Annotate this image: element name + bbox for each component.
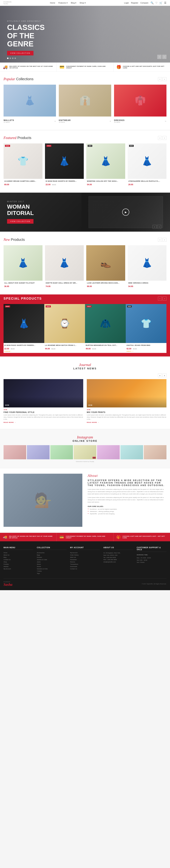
banner-next-button[interactable]: › bbox=[157, 225, 161, 229]
insta-item-6[interactable] bbox=[120, 445, 143, 459]
heart-icon[interactable]: ♡ bbox=[155, 1, 158, 4]
footer-sweaters-link[interactable]: Sweaters & Knits bbox=[37, 568, 48, 570]
insta-item-1[interactable] bbox=[3, 445, 26, 459]
hero-dot-4[interactable] bbox=[15, 58, 16, 59]
collection-wallets[interactable]: 👗 WALLETS 12 Items → bbox=[3, 85, 56, 124]
footer-home-link[interactable]: Home bbox=[3, 552, 7, 554]
hero-next-button[interactable]: › bbox=[162, 55, 167, 59]
footer-accessories-link[interactable]: Accessories bbox=[37, 552, 45, 554]
footer-portfolio-link[interactable]: Portfolio bbox=[3, 563, 9, 565]
news-date-2: 15:56 bbox=[87, 409, 167, 410]
banner-prev-button[interactable]: ‹ bbox=[153, 225, 157, 229]
wallets-arrow: → bbox=[54, 120, 56, 122]
menu-icon[interactable]: ☰ bbox=[164, 1, 167, 4]
cart-icon[interactable]: 🛒 bbox=[159, 1, 162, 4]
news-next-button[interactable]: › bbox=[163, 373, 167, 377]
new-prev-button[interactable]: ‹ bbox=[158, 238, 162, 242]
footer-shorts-link[interactable]: Shorts bbox=[37, 566, 41, 567]
footer-collection-list: Accessories Bags Dresses Jackets & Coats… bbox=[37, 552, 66, 574]
special-prev-button[interactable]: ‹ bbox=[158, 297, 162, 301]
footer-account-list: My Account Order History Wish List Newsl… bbox=[70, 552, 100, 570]
product-image-4: NEW 👗 bbox=[128, 144, 167, 179]
new-next-button[interactable]: › bbox=[163, 238, 167, 242]
product-name-2: HI MOM RIGID SHORTS BY RIDERS... bbox=[46, 180, 83, 182]
footer-shoes-link[interactable]: Shoes bbox=[37, 563, 41, 565]
footer-account-link[interactable]: My Account bbox=[70, 552, 77, 554]
hero-dot-1[interactable] bbox=[7, 58, 8, 59]
nav-features[interactable]: Features ▾ bbox=[58, 2, 68, 4]
hero-dot-2[interactable] bbox=[9, 58, 11, 59]
banner-cta-button[interactable]: VIEW COLLECTION bbox=[7, 219, 33, 224]
news-prev-button[interactable]: ‹ bbox=[158, 373, 162, 377]
news-read-more-1[interactable]: READ MORE → bbox=[3, 422, 16, 423]
news-text-2: Lorem ipsum dolor sit amet, consectetur … bbox=[87, 414, 167, 421]
nav-home[interactable]: Home bbox=[50, 2, 55, 4]
insta-item-7[interactable] bbox=[144, 445, 167, 459]
nav-shop[interactable]: Shop ▾ bbox=[80, 2, 86, 4]
product-veronica-dress: 👗 WEB VERONICA DRESS 54.95 bbox=[128, 245, 167, 288]
new-products-section: New Products ‹ › 👗 ALL ABOUT EVE SUNSET … bbox=[0, 232, 170, 294]
login-link[interactable]: Login bbox=[124, 2, 129, 4]
product-new-image-4: 👗 bbox=[128, 245, 167, 281]
dresses-arrow: → bbox=[165, 120, 167, 122]
banner-subtitle: WINTER 2017 bbox=[7, 200, 34, 203]
special-name-2: LA BOHEME MESH WATCH FROM C... bbox=[45, 344, 84, 346]
value-2: Satisfaction - offering qualifying desig… bbox=[88, 511, 167, 512]
hero-cta-button[interactable]: VIEW COLLECTION bbox=[7, 51, 33, 55]
featured-prev-button[interactable]: ‹ bbox=[158, 136, 162, 140]
special-product-1: SALE 👗 HI MOM RIGID SHORTS BY RIDERS... … bbox=[3, 304, 44, 353]
news-image-1: 15:56 bbox=[3, 379, 83, 407]
footer-jeans-link[interactable]: Jeans bbox=[37, 561, 40, 563]
logo[interactable]: FASHION Sasha bbox=[3, 1, 11, 5]
footer-myaccount-link[interactable]: My Account bbox=[3, 568, 11, 570]
product-new-price-2: 74.95 bbox=[46, 285, 51, 287]
register-link[interactable]: Register bbox=[131, 2, 138, 4]
product-name-4: ATMOS&HERE DELILAH RUFFLE PL... bbox=[129, 180, 166, 182]
footer-grid: MAIN MENU Home About Us Blog Contact Us … bbox=[3, 547, 167, 575]
footer-jackets-link[interactable]: Jackets & Coats bbox=[37, 559, 47, 560]
popular-next-button[interactable]: › bbox=[163, 77, 167, 81]
search-icon[interactable]: 🔍 bbox=[150, 1, 153, 4]
featured-next-button[interactable]: › bbox=[163, 136, 167, 140]
footer-contact-link[interactable]: Contact Us bbox=[3, 559, 11, 560]
collection-dresses[interactable]: 👘 DRESSES 24 Items → bbox=[114, 85, 167, 124]
hero-dot-3[interactable] bbox=[12, 58, 13, 59]
special-next-button[interactable]: › bbox=[163, 297, 167, 301]
footer-wishlist-link[interactable]: Wishlist bbox=[3, 566, 8, 567]
footer-contact2-link[interactable]: Contact Us bbox=[70, 568, 77, 570]
footer-dresses-link[interactable]: Dresses bbox=[37, 557, 42, 558]
footer-tops-link[interactable]: Tops bbox=[37, 572, 40, 574]
footer-returns-link[interactable]: Returns bbox=[70, 561, 75, 563]
special-price-1: 22.00 bbox=[4, 348, 9, 350]
product-academy-shirt: SALE 👕 ACADEMY BRAND HAMPTON LINEN... 69… bbox=[3, 144, 42, 187]
instagram-credit: Extensions based by Shopify bbox=[3, 461, 167, 462]
play-button[interactable]: ▶ bbox=[122, 209, 129, 216]
insta-item-5[interactable] bbox=[97, 445, 120, 459]
popular-prev-button[interactable]: ‹ bbox=[158, 77, 162, 81]
banner-title: WOMANDITORIAL bbox=[7, 204, 34, 216]
news-image-2: 15:56 bbox=[87, 379, 167, 407]
footer-transactions-link[interactable]: Transactions bbox=[70, 563, 78, 565]
footer-downloads-link[interactable]: Downloads bbox=[70, 566, 77, 567]
popular-nav: ‹ › bbox=[158, 77, 167, 81]
product-price-old-2: 38.00 bbox=[52, 184, 56, 186]
footer-newsletter-link[interactable]: Newsletter bbox=[70, 559, 77, 560]
insta-item-2[interactable] bbox=[27, 445, 50, 459]
news-read-more-2[interactable]: READ MORE → bbox=[87, 422, 99, 423]
footer-about-link[interactable]: About Us bbox=[3, 554, 9, 556]
footer-shop-link[interactable]: Shop bbox=[3, 561, 7, 563]
collection-knitwear[interactable]: 👔 KNITWEAR 16 Items → bbox=[59, 85, 111, 124]
insta-item-3[interactable] bbox=[50, 445, 73, 459]
footer-tshirts-link[interactable]: T-Shirts bbox=[37, 570, 42, 572]
footer-orders-link[interactable]: Order History bbox=[70, 554, 79, 556]
footer-wishlist2-link[interactable]: Wish List bbox=[70, 557, 76, 558]
hero-prev-button[interactable]: ‹ bbox=[157, 55, 162, 59]
compare-link[interactable]: Compare bbox=[140, 2, 148, 4]
nav-blog[interactable]: Blog ▾ bbox=[71, 2, 76, 4]
featured-title: Featured Products bbox=[3, 136, 31, 140]
footer-blog-link[interactable]: Blog bbox=[3, 557, 6, 558]
footer-bags-link[interactable]: Bags bbox=[37, 554, 40, 556]
feature-gift-title: CHOOSE A GIFT AND GET DISCOUNTS JUST FOR… bbox=[123, 65, 167, 69]
insta-item-4[interactable]: 📷 bbox=[74, 445, 96, 459]
header-right: Login Register Compare 🔍 ♡ 🛒 ☰ bbox=[124, 1, 167, 4]
